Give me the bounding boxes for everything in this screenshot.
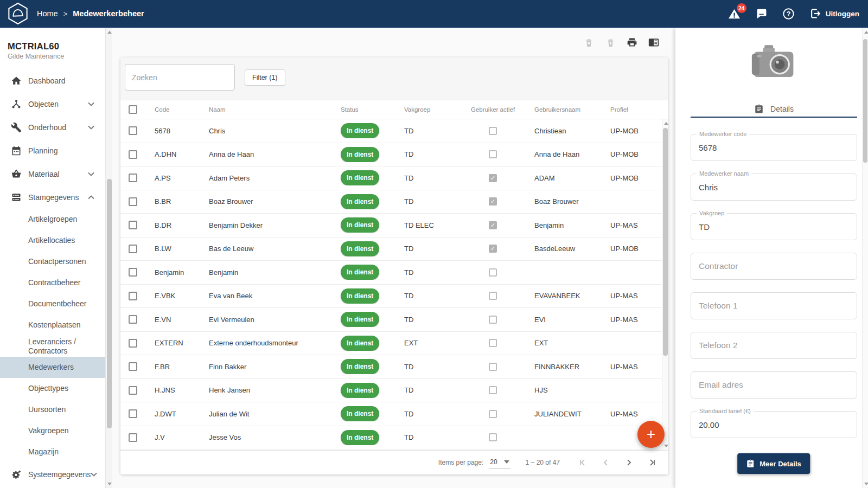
sidebar-item-dashboard[interactable]: Dashboard: [0, 69, 105, 92]
status-badge: In dienst: [341, 312, 379, 327]
scroll-down-arrow[interactable]: [107, 483, 112, 485]
table-row[interactable]: B.LW Bas de Leeuw In dienst TD ✓ BasdeLe…: [120, 237, 668, 261]
sidebar-subitem-kostenplaatsen[interactable]: Kostenplaatsen: [0, 314, 105, 336]
sidebar-subitem-documentbeheer[interactable]: Documentbeheer: [0, 293, 105, 314]
app-logo[interactable]: [7, 1, 29, 26]
scroll-up-arrow[interactable]: [664, 122, 668, 125]
table-row[interactable]: EXTERN Externe onderhoudsmonteur In dien…: [120, 332, 668, 356]
row-select-checkbox[interactable]: [129, 126, 137, 135]
cell-gebruiker-actief: ✓: [489, 410, 497, 418]
add-medewerker-fab[interactable]: +: [637, 421, 665, 448]
sidebar-item-stamgegevens[interactable]: Stamgegevens: [0, 185, 105, 209]
meer-details-label: Meer Details: [760, 460, 801, 468]
cell-status: In dienst: [332, 383, 396, 398]
sidebar-subitem-contractbeheer[interactable]: Contractbeheer: [0, 272, 105, 293]
row-select-checkbox[interactable]: [129, 315, 137, 324]
sidebar-subitem-contactpersonen[interactable]: Contactpersonen: [0, 251, 105, 272]
scroll-up-arrow[interactable]: [107, 31, 112, 34]
help-button[interactable]: ?: [782, 7, 795, 20]
table-row[interactable]: B.DR Benjamin Dekker In dienst TD ELEC ✓…: [120, 214, 668, 237]
table-row[interactable]: J.V Jesse Vos In dienst TD ✓: [120, 426, 668, 450]
sidebar-item-materiaal[interactable]: Materiaal: [0, 162, 105, 185]
scroll-down-arrow[interactable]: [664, 445, 668, 447]
detail-field[interactable]: Telefoon 2: [691, 332, 857, 359]
sidebar-subitem-objecttypes[interactable]: Objecttypes: [0, 378, 105, 399]
messages-button[interactable]: [755, 7, 768, 20]
breadcrumb-home[interactable]: Home: [37, 9, 58, 18]
table-scrollbar[interactable]: [662, 119, 668, 450]
next-page-button[interactable]: [622, 455, 636, 470]
filter-button[interactable]: Filter (1): [245, 69, 285, 86]
detail-scrollbar[interactable]: [862, 28, 868, 488]
meer-details-button[interactable]: Meer Details: [737, 453, 810, 474]
cell-gebruiker-actief: ✓: [489, 174, 497, 182]
table-row[interactable]: Benjamin Benjamin In dienst TD ✓: [120, 261, 668, 285]
table-paginator: Items per page: 20 1 – 20 of 47: [120, 450, 668, 474]
sidebar-subitem-uursoorten[interactable]: Uursoorten: [0, 399, 105, 420]
cell-naam: Chris: [201, 127, 332, 135]
field-label: Medewerker code: [697, 131, 749, 137]
row-select-checkbox[interactable]: [129, 245, 137, 253]
select-all-checkbox[interactable]: [129, 105, 137, 114]
print-button[interactable]: [627, 37, 637, 48]
sidebar-scrollbar[interactable]: [105, 28, 112, 488]
row-select-checkbox[interactable]: [129, 339, 137, 348]
sidebar-item-planning[interactable]: Planning: [0, 139, 105, 162]
table-row[interactable]: A.DHN Anna de Haan In dienst TD ✓ Anna d…: [120, 143, 668, 167]
row-select-checkbox[interactable]: [129, 174, 137, 182]
row-select-checkbox[interactable]: [129, 268, 137, 277]
sidebar-item-onderhoud[interactable]: Onderhoud: [0, 115, 105, 139]
table-row[interactable]: A.PS Adam Peters In dienst TD ✓ ADAM UP-…: [120, 166, 668, 190]
notifications-button[interactable]: 24: [728, 7, 741, 20]
sidebar-item-systeemgegevens[interactable]: Systeemgegevens: [0, 463, 105, 486]
table-row[interactable]: H.JNS Henk Jansen In dienst TD ✓ HJS: [120, 379, 668, 403]
search-input[interactable]: [125, 64, 235, 91]
detail-field[interactable]: Medewerker naam Chris: [691, 174, 857, 201]
table-row[interactable]: E.VN Evi Vermeulen In dienst TD ✓ EVI UP…: [120, 308, 668, 332]
scrollbar-thumb[interactable]: [863, 39, 867, 163]
table-row[interactable]: E.VBK Eva van Beek In dienst TD ✓ EVAVAN…: [120, 285, 668, 309]
row-select-checkbox[interactable]: [129, 433, 137, 442]
table-row[interactable]: F.BR Finn Bakker In dienst TD ✓ FINNBAKK…: [120, 355, 668, 379]
photo-placeholder[interactable]: [751, 44, 796, 82]
sidebar-subitem-vakgroepen[interactable]: Vakgroepen: [0, 420, 105, 441]
scrollbar-thumb[interactable]: [107, 179, 112, 428]
detail-field[interactable]: Contractor: [691, 253, 857, 280]
gebruiker-actief-checkbox: ✓: [489, 363, 497, 371]
detail-field[interactable]: Vakgroep TD: [691, 213, 857, 240]
scrollbar-thumb[interactable]: [663, 128, 668, 356]
chevron-down-icon: [91, 472, 97, 477]
sidebar-subitem-magazijn[interactable]: Magazijn: [0, 441, 105, 463]
row-select-checkbox[interactable]: [129, 292, 137, 300]
detail-field[interactable]: Medewerker code 5678: [691, 134, 857, 161]
tab-details[interactable]: Details: [691, 101, 857, 117]
row-select-checkbox[interactable]: [129, 362, 137, 371]
medewerkers-table-card: Filter (1) Code Naam Status Vakgroep Geb…: [120, 57, 668, 474]
items-per-page-select[interactable]: 20: [489, 457, 510, 468]
detail-panel-toggle-button[interactable]: [648, 37, 659, 48]
detail-field[interactable]: Standaard tarief (€) 20.00: [691, 411, 857, 438]
row-select-checkbox[interactable]: [129, 150, 137, 159]
cell-code: B.LW: [146, 245, 201, 253]
row-select-checkbox[interactable]: [129, 386, 137, 395]
detail-field[interactable]: Email adres: [691, 371, 857, 399]
sidebar-subitem-leveranciers-contractors[interactable]: Leveranciers / Contractors: [0, 336, 105, 357]
check-icon: ✓: [490, 246, 495, 252]
column-header-profiel: Profiel: [602, 106, 668, 113]
last-page-button[interactable]: [644, 455, 659, 470]
logout-button[interactable]: Uitloggen: [809, 8, 859, 20]
row-select-checkbox[interactable]: [129, 409, 137, 418]
table-row[interactable]: 5678 Chris In dienst TD ✓ Christiean UP-…: [120, 119, 668, 143]
detail-field[interactable]: Telefoon 1: [691, 292, 857, 319]
scroll-down-arrow[interactable]: [864, 483, 868, 485]
sidebar-subitem-artikellocaties[interactable]: Artikellocaties: [0, 230, 105, 251]
table-row[interactable]: B.BR Boaz Brouwer In dienst TD ✓ Boaz Br…: [120, 190, 668, 214]
stamgegevens-submenu: Artikelgroepen Artikellocaties Contactpe…: [0, 209, 105, 463]
row-select-checkbox[interactable]: [129, 197, 137, 206]
table-row[interactable]: J.DWT Julian de Wit In dienst TD ✓ JULIA…: [120, 402, 668, 426]
sidebar-subitem-medewerkers[interactable]: Medewerkers: [0, 357, 105, 378]
scroll-up-arrow[interactable]: [864, 31, 868, 34]
sidebar-subitem-artikelgroepen[interactable]: Artikelgroepen: [0, 209, 105, 230]
sidebar-item-objecten[interactable]: Objecten: [0, 92, 105, 115]
row-select-checkbox[interactable]: [129, 221, 137, 229]
